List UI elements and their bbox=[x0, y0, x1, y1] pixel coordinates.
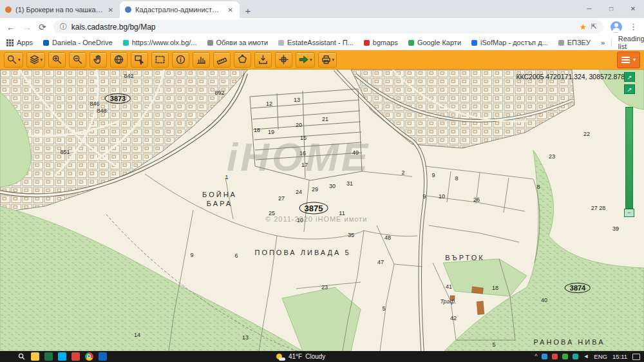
maximize-button[interactable]: □ bbox=[600, 0, 622, 18]
bookmark-item[interactable]: bgmaps bbox=[364, 39, 398, 46]
parcel-number: 30 bbox=[329, 183, 336, 189]
bookmark-item[interactable]: ЕПЗЕУ bbox=[558, 39, 591, 46]
bookmark-item[interactable]: Google Карти bbox=[408, 39, 461, 46]
caret-down-icon: ▾ bbox=[332, 57, 335, 62]
zoom-slider-handle[interactable]: − bbox=[624, 209, 634, 217]
apps-shortcut[interactable]: Apps bbox=[6, 39, 33, 46]
tray-app-blue[interactable] bbox=[542, 354, 547, 359]
address-bar: ← → ⟳ ⓘ kais.cadastre.bg/bg/Map ★ ⇱ ⋮ bbox=[0, 18, 644, 35]
green-arrow-button[interactable]: ▾ bbox=[296, 52, 315, 68]
ruler-button[interactable] bbox=[213, 52, 231, 68]
tray-hidden-icons[interactable]: ^ bbox=[535, 354, 537, 359]
bookmark-item[interactable]: https://www.olx.bg/... bbox=[123, 39, 197, 46]
bookmark-favicon bbox=[207, 40, 213, 46]
pan-hand-button[interactable] bbox=[90, 52, 107, 68]
bookmark-label: EstateAssistant - П... bbox=[287, 39, 354, 46]
action-center-icon[interactable] bbox=[632, 354, 640, 360]
watermark-copyright: © 2011-2020 iHOME имоти bbox=[265, 215, 367, 223]
polygon-button[interactable] bbox=[234, 52, 251, 68]
bookmark-item[interactable]: EstateAssistant - П... bbox=[278, 39, 354, 46]
zone-number-label: 3874 bbox=[565, 283, 591, 293]
profile-avatar[interactable] bbox=[611, 21, 622, 33]
forward-icon[interactable]: → bbox=[23, 23, 32, 32]
reload-icon[interactable]: ⟳ bbox=[39, 23, 46, 32]
rect-dashed-icon bbox=[155, 54, 166, 65]
parcel-number: 23 bbox=[321, 284, 328, 291]
tray-app-teal[interactable] bbox=[573, 354, 578, 359]
parcel-number: 5 bbox=[492, 341, 495, 348]
close-tab-icon[interactable]: ✕ bbox=[227, 6, 234, 14]
parcel-number: 22 bbox=[583, 131, 590, 137]
crosshair-button[interactable] bbox=[275, 52, 292, 68]
bookmark-item[interactable]: iSofMap - достъп д... bbox=[471, 39, 548, 46]
select-rect-button[interactable] bbox=[131, 52, 148, 68]
reading-list-button[interactable]: Reading list bbox=[618, 35, 644, 50]
rect-dashed-button[interactable] bbox=[151, 52, 169, 68]
page-info-icon[interactable]: ⓘ bbox=[60, 22, 67, 32]
bookmark-item[interactable]: Daniela - OneDrive bbox=[43, 39, 113, 46]
toolbar-buttons: ▾▾▾▾ bbox=[4, 52, 337, 68]
back-icon[interactable]: ← bbox=[6, 23, 15, 32]
zone-number-label: 3873 bbox=[105, 93, 131, 104]
weather-icon bbox=[276, 353, 285, 361]
parcel-number: 6 bbox=[234, 252, 238, 259]
weather-temp: 41°F bbox=[289, 353, 302, 360]
divider bbox=[611, 38, 612, 47]
tray-app-green[interactable] bbox=[562, 354, 568, 359]
close-tab-icon[interactable]: ✕ bbox=[107, 6, 115, 14]
printer-button[interactable]: ▾ bbox=[318, 52, 337, 68]
share-icon[interactable]: ⇱ bbox=[591, 23, 597, 31]
browser-menu-icon[interactable]: ⋮ bbox=[629, 22, 638, 32]
green-arrow-icon bbox=[298, 54, 309, 65]
pan-arrow-button[interactable]: ↗ bbox=[624, 72, 635, 82]
map-zoom-slider[interactable] bbox=[625, 107, 633, 209]
new-tab-button[interactable]: + bbox=[240, 3, 256, 18]
tab-brokers[interactable]: (1) Брокери на по чашка. | Тър... ✕ bbox=[0, 1, 120, 18]
taskbar-file-explorer[interactable] bbox=[31, 352, 39, 361]
close-window-button[interactable]: ✕ bbox=[622, 0, 644, 18]
taskbar-chrome[interactable] bbox=[85, 352, 93, 361]
columns-button[interactable] bbox=[193, 52, 210, 68]
parcel-number: 842 bbox=[124, 73, 133, 79]
pan-arrow-button[interactable]: ↗ bbox=[624, 84, 635, 94]
bookmark-favicon bbox=[43, 40, 49, 46]
tab-title: (1) Брокери на по чашка. | Тър... bbox=[15, 6, 103, 14]
globe-button[interactable] bbox=[110, 52, 128, 68]
zoom-in-button[interactable] bbox=[48, 52, 66, 68]
tab-favicon bbox=[5, 6, 12, 13]
parcel-number: 2 bbox=[401, 169, 404, 176]
parcel-number: 892 bbox=[214, 90, 224, 96]
bookmark-favicon bbox=[408, 40, 414, 46]
export-button[interactable] bbox=[254, 52, 272, 68]
zone-number-label: 3875 bbox=[299, 202, 328, 214]
bookmark-favicon bbox=[558, 40, 564, 46]
taskbar-search[interactable] bbox=[17, 352, 26, 361]
tray-app-red[interactable] bbox=[552, 354, 558, 359]
info-button[interactable] bbox=[172, 52, 189, 68]
bookmarks-overflow-icon[interactable]: » bbox=[601, 39, 605, 46]
language-indicator[interactable]: ENG bbox=[594, 353, 607, 360]
taskbar-app-red[interactable] bbox=[71, 352, 80, 361]
parcel-number: 20 bbox=[296, 122, 302, 128]
layers-button[interactable]: ▾ bbox=[26, 52, 46, 68]
tab-cadastre[interactable]: Кадастрално-административна ✕ bbox=[120, 1, 240, 18]
map-menu-button[interactable]: ▾ bbox=[617, 52, 640, 68]
minimize-button[interactable]: ─ bbox=[578, 0, 600, 18]
url-input[interactable]: ⓘ kais.cadastre.bg/bg/Map ★ ⇱ bbox=[53, 20, 603, 33]
taskbar-weather[interactable]: 41°F Cloudy bbox=[276, 353, 325, 361]
zoom-out-button[interactable] bbox=[69, 52, 86, 68]
taskbar-outlook[interactable] bbox=[99, 352, 107, 361]
taskbar-excel[interactable] bbox=[44, 352, 53, 361]
tray-volume[interactable]: ◄ bbox=[583, 354, 589, 359]
search-button[interactable]: ▾ bbox=[4, 52, 23, 68]
bookmark-star-icon[interactable]: ★ bbox=[580, 23, 587, 32]
parcel-number: 21 bbox=[322, 116, 328, 122]
place-label: ПОПОВА ЛИВАДА 5 bbox=[254, 249, 350, 256]
map-canvas[interactable]: 8428928468488511213181920211516174912724… bbox=[0, 70, 644, 351]
clock[interactable]: 15:11 bbox=[612, 353, 627, 360]
taskbar-skype[interactable] bbox=[58, 352, 66, 361]
parcel-number: 10 bbox=[439, 193, 445, 200]
bookmark-item[interactable]: Обяви за имоти bbox=[207, 39, 269, 46]
coordinate-readout: ККС2005 4720171.324, 308572.878 bbox=[516, 73, 625, 81]
taskbar-start[interactable] bbox=[4, 352, 12, 361]
